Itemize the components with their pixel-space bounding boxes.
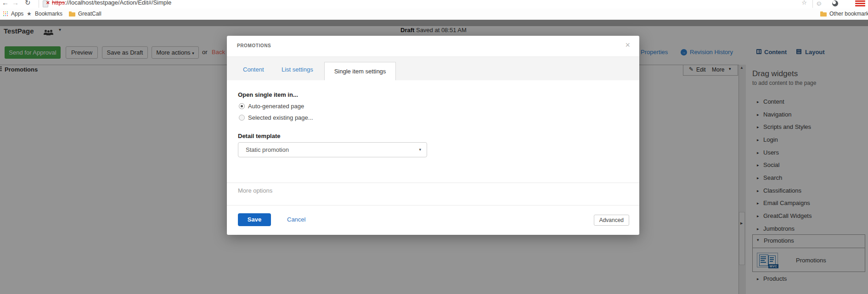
address-bar[interactable]: https://localhost/testpage/Action/Edit#/…: [39, 0, 813, 8]
dialog-title: PROMOTIONS: [237, 43, 271, 48]
radio-selected-icon[interactable]: [239, 103, 245, 109]
cancel-link[interactable]: Cancel: [287, 216, 305, 223]
tab-content[interactable]: Content: [243, 66, 264, 73]
dialog-footer: Save Cancel Advanced: [227, 205, 639, 235]
url-rest: ://localhost/testpage/Action/Edit#/Simpl…: [65, 0, 171, 6]
select-value: Static promotion: [246, 143, 289, 157]
advanced-button[interactable]: Advanced: [594, 215, 629, 226]
promotions-dialog: PROMOTIONS × Content List settings Singl…: [227, 36, 639, 235]
extension-face-icon[interactable]: ☺: [816, 0, 822, 7]
dialog-tabs: Content List settings Single item settin…: [227, 56, 639, 80]
other-bookmarks[interactable]: Other bookmarks: [829, 8, 868, 20]
url-text[interactable]: https://localhost/testpage/Action/Edit#/…: [52, 0, 171, 7]
radio-label: Selected existing page...: [248, 114, 313, 121]
reload-icon[interactable]: ↻: [25, 0, 31, 7]
extension-circle-icon[interactable]: [832, 0, 838, 6]
radio-label: Auto-generated page: [248, 103, 304, 110]
save-button[interactable]: Save: [238, 213, 271, 226]
insecure-page-icon[interactable]: [43, 0, 48, 7]
other-bookmarks-folder-icon: [820, 12, 827, 17]
close-icon[interactable]: ×: [625, 40, 630, 50]
screen: ← → ↻ https://localhost/testpage/Action/…: [0, 0, 868, 294]
bookmark-greatcall[interactable]: GreatCall: [78, 8, 101, 20]
forward-icon[interactable]: →: [12, 0, 19, 7]
url-scheme: https: [52, 0, 65, 6]
detail-template-select[interactable]: Static promotion ▾: [238, 142, 427, 157]
detail-template-label: Detail template: [238, 133, 280, 139]
bookmarks-star-icon: ★: [27, 8, 32, 20]
tab-list-settings[interactable]: List settings: [282, 66, 313, 73]
folder-icon: [69, 12, 75, 17]
open-single-item-label: Open single item in...: [238, 91, 298, 98]
bookmark-bookmarks[interactable]: Bookmarks: [35, 8, 62, 20]
caret-down-icon: ▾: [419, 143, 421, 157]
tab-single-item-settings[interactable]: Single item settings: [324, 62, 396, 80]
browser-toolbar: ← → ↻ https://localhost/testpage/Action/…: [0, 0, 868, 8]
back-icon[interactable]: ←: [2, 0, 9, 7]
radio-unselected-icon[interactable]: [239, 115, 245, 121]
more-options-link[interactable]: More options: [238, 187, 272, 194]
chrome-menu-icon[interactable]: [855, 0, 865, 6]
apps-grid-icon[interactable]: [3, 11, 8, 16]
bookmarks-bar: Apps ★ Bookmarks GreatCall Other bookmar…: [0, 8, 868, 20]
more-options-divider: [227, 183, 639, 183]
bookmark-star-icon[interactable]: ☆: [801, 0, 807, 6]
bookmark-apps[interactable]: Apps: [11, 8, 23, 20]
